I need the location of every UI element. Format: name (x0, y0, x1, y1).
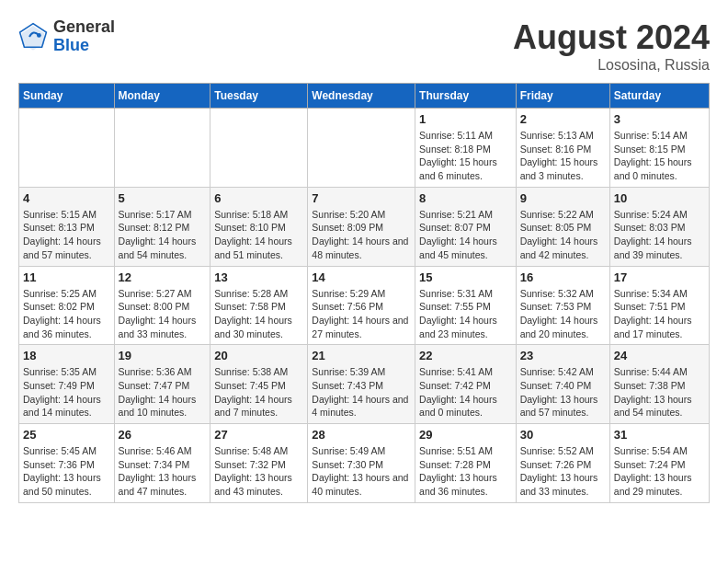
day-detail: Sunrise: 5:54 AM Sunset: 7:24 PM Dayligh… (614, 444, 705, 499)
day-detail: Sunrise: 5:41 AM Sunset: 7:42 PM Dayligh… (419, 365, 512, 419)
calendar-table: SundayMondayTuesdayWednesdayThursdayFrid… (18, 83, 710, 503)
day-detail: Sunrise: 5:36 AM Sunset: 7:47 PM Dayligh… (119, 365, 207, 419)
calendar-cell (308, 109, 415, 188)
day-number: 4 (23, 191, 110, 205)
day-number: 15 (419, 270, 512, 284)
day-detail: Sunrise: 5:44 AM Sunset: 7:38 PM Dayligh… (614, 365, 705, 419)
day-number: 10 (614, 191, 705, 205)
calendar-cell: 21Sunrise: 5:39 AM Sunset: 7:43 PM Dayli… (308, 345, 415, 424)
calendar-cell: 15Sunrise: 5:31 AM Sunset: 7:55 PM Dayli… (415, 266, 517, 345)
day-number: 2 (520, 112, 606, 126)
logo-blue: Blue (53, 37, 115, 55)
day-detail: Sunrise: 5:39 AM Sunset: 7:43 PM Dayligh… (312, 365, 411, 419)
calendar-cell: 24Sunrise: 5:44 AM Sunset: 7:38 PM Dayli… (609, 345, 709, 424)
day-number: 1 (419, 112, 512, 126)
calendar-cell: 16Sunrise: 5:32 AM Sunset: 7:53 PM Dayli… (516, 266, 609, 345)
day-detail: Sunrise: 5:34 AM Sunset: 7:51 PM Dayligh… (614, 287, 705, 341)
weekday-header-tuesday: Tuesday (210, 84, 308, 109)
day-detail: Sunrise: 5:22 AM Sunset: 8:05 PM Dayligh… (520, 208, 606, 262)
day-detail: Sunrise: 5:28 AM Sunset: 7:58 PM Dayligh… (214, 287, 303, 341)
title-block: August 2024 Lososina, Russia (513, 18, 710, 74)
day-detail: Sunrise: 5:11 AM Sunset: 8:18 PM Dayligh… (419, 129, 512, 183)
weekday-header-monday: Monday (114, 84, 210, 109)
day-number: 14 (312, 270, 411, 284)
calendar-cell: 20Sunrise: 5:38 AM Sunset: 7:45 PM Dayli… (210, 345, 308, 424)
location-subtitle: Lososina, Russia (513, 57, 710, 74)
calendar-cell: 17Sunrise: 5:34 AM Sunset: 7:51 PM Dayli… (609, 266, 709, 345)
day-detail: Sunrise: 5:20 AM Sunset: 8:09 PM Dayligh… (312, 208, 411, 262)
day-detail: Sunrise: 5:42 AM Sunset: 7:40 PM Dayligh… (520, 365, 606, 419)
calendar-week-row: 18Sunrise: 5:35 AM Sunset: 7:49 PM Dayli… (19, 345, 710, 424)
day-number: 24 (614, 349, 705, 362)
day-number: 13 (214, 270, 303, 284)
day-number: 9 (520, 191, 606, 205)
logo: General Blue (18, 18, 115, 55)
weekday-header-friday: Friday (516, 84, 609, 109)
day-number: 7 (312, 191, 411, 205)
day-number: 30 (520, 428, 606, 442)
day-number: 18 (23, 349, 110, 362)
calendar-cell (19, 109, 115, 188)
calendar-cell: 11Sunrise: 5:25 AM Sunset: 8:02 PM Dayli… (19, 266, 115, 345)
calendar-cell: 27Sunrise: 5:48 AM Sunset: 7:32 PM Dayli… (210, 424, 308, 503)
page-header: General Blue August 2024 Lososina, Russi… (18, 18, 710, 74)
day-detail: Sunrise: 5:45 AM Sunset: 7:36 PM Dayligh… (23, 444, 110, 499)
main-title: August 2024 (513, 18, 710, 57)
calendar-cell: 3Sunrise: 5:14 AM Sunset: 8:15 PM Daylig… (609, 109, 709, 188)
day-number: 21 (312, 349, 411, 362)
day-detail: Sunrise: 5:29 AM Sunset: 7:56 PM Dayligh… (312, 287, 411, 341)
day-number: 22 (419, 349, 512, 362)
calendar-cell: 1Sunrise: 5:11 AM Sunset: 8:18 PM Daylig… (415, 109, 517, 188)
calendar-cell (210, 109, 308, 188)
calendar-cell: 6Sunrise: 5:18 AM Sunset: 8:10 PM Daylig… (210, 187, 308, 266)
day-detail: Sunrise: 5:48 AM Sunset: 7:32 PM Dayligh… (214, 444, 303, 499)
calendar-cell: 8Sunrise: 5:21 AM Sunset: 8:07 PM Daylig… (415, 187, 517, 266)
logo-text: General Blue (53, 18, 115, 55)
calendar-cell: 28Sunrise: 5:49 AM Sunset: 7:30 PM Dayli… (308, 424, 415, 503)
day-detail: Sunrise: 5:49 AM Sunset: 7:30 PM Dayligh… (312, 444, 411, 499)
calendar-week-row: 4Sunrise: 5:15 AM Sunset: 8:13 PM Daylig… (19, 187, 710, 266)
calendar-cell (114, 109, 210, 188)
day-number: 28 (312, 428, 411, 442)
calendar-week-row: 25Sunrise: 5:45 AM Sunset: 7:36 PM Dayli… (19, 424, 710, 503)
calendar-cell: 29Sunrise: 5:51 AM Sunset: 7:28 PM Dayli… (415, 424, 517, 503)
day-number: 25 (23, 428, 110, 442)
calendar-cell: 5Sunrise: 5:17 AM Sunset: 8:12 PM Daylig… (114, 187, 210, 266)
calendar-cell: 22Sunrise: 5:41 AM Sunset: 7:42 PM Dayli… (415, 345, 517, 424)
day-detail: Sunrise: 5:14 AM Sunset: 8:15 PM Dayligh… (614, 129, 705, 183)
day-number: 8 (419, 191, 512, 205)
day-detail: Sunrise: 5:18 AM Sunset: 8:10 PM Dayligh… (214, 208, 303, 262)
day-number: 11 (23, 270, 110, 284)
day-number: 12 (119, 270, 207, 284)
calendar-cell: 10Sunrise: 5:24 AM Sunset: 8:03 PM Dayli… (609, 187, 709, 266)
calendar-cell: 2Sunrise: 5:13 AM Sunset: 8:16 PM Daylig… (516, 109, 609, 188)
calendar-cell: 13Sunrise: 5:28 AM Sunset: 7:58 PM Dayli… (210, 266, 308, 345)
calendar-header-row: SundayMondayTuesdayWednesdayThursdayFrid… (19, 84, 710, 109)
calendar-cell: 18Sunrise: 5:35 AM Sunset: 7:49 PM Dayli… (19, 345, 115, 424)
calendar-cell: 25Sunrise: 5:45 AM Sunset: 7:36 PM Dayli… (19, 424, 115, 503)
svg-point-2 (37, 33, 41, 38)
day-detail: Sunrise: 5:35 AM Sunset: 7:49 PM Dayligh… (23, 365, 110, 419)
calendar-cell: 12Sunrise: 5:27 AM Sunset: 8:00 PM Dayli… (114, 266, 210, 345)
calendar-week-row: 11Sunrise: 5:25 AM Sunset: 8:02 PM Dayli… (19, 266, 710, 345)
day-detail: Sunrise: 5:31 AM Sunset: 7:55 PM Dayligh… (419, 287, 512, 341)
calendar-cell: 19Sunrise: 5:36 AM Sunset: 7:47 PM Dayli… (114, 345, 210, 424)
weekday-header-wednesday: Wednesday (308, 84, 415, 109)
weekday-header-thursday: Thursday (415, 84, 517, 109)
day-number: 5 (119, 191, 207, 205)
weekday-header-sunday: Sunday (19, 84, 115, 109)
day-detail: Sunrise: 5:52 AM Sunset: 7:26 PM Dayligh… (520, 444, 606, 499)
day-detail: Sunrise: 5:38 AM Sunset: 7:45 PM Dayligh… (214, 365, 303, 419)
day-detail: Sunrise: 5:24 AM Sunset: 8:03 PM Dayligh… (614, 208, 705, 262)
day-number: 16 (520, 270, 606, 284)
day-number: 17 (614, 270, 705, 284)
day-detail: Sunrise: 5:46 AM Sunset: 7:34 PM Dayligh… (119, 444, 207, 499)
day-number: 23 (520, 349, 606, 362)
day-number: 29 (419, 428, 512, 442)
logo-icon (18, 22, 48, 52)
day-number: 3 (614, 112, 705, 126)
day-number: 26 (119, 428, 207, 442)
day-detail: Sunrise: 5:15 AM Sunset: 8:13 PM Dayligh… (23, 208, 110, 262)
calendar-week-row: 1Sunrise: 5:11 AM Sunset: 8:18 PM Daylig… (19, 109, 710, 188)
day-detail: Sunrise: 5:27 AM Sunset: 8:00 PM Dayligh… (119, 287, 207, 341)
